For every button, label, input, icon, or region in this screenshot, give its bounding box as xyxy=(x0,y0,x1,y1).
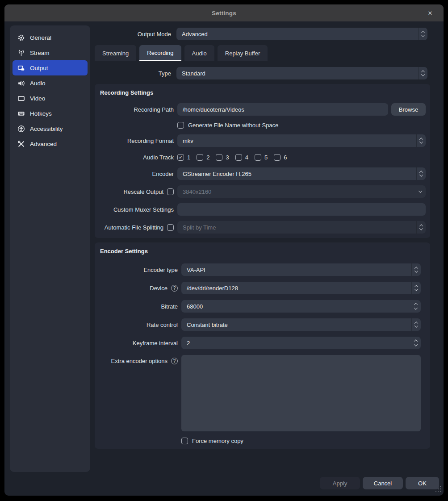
checkbox-checked-icon[interactable]: ✓ xyxy=(177,154,184,161)
sidebar-item-accessibility[interactable]: Accessibility xyxy=(13,121,88,136)
custom-muxer-row: Custom Muxer Settings xyxy=(100,203,426,216)
checkbox-unchecked-icon[interactable] xyxy=(274,154,281,161)
audio-track-4[interactable]: 4 xyxy=(235,154,248,161)
generate-no-space-checkbox-row[interactable]: Generate File Name without Space xyxy=(177,122,426,129)
auto-file-splitting-row: Automatic File Splitting Split by Time xyxy=(100,221,426,234)
broadcast-icon xyxy=(17,49,25,57)
tab-streaming[interactable]: Streaming xyxy=(95,45,136,61)
resize-grip[interactable] xyxy=(435,486,441,494)
recording-path-row: Recording Path Browse xyxy=(100,103,426,116)
output-mode-row: Output Mode Advanced xyxy=(95,28,427,40)
sidebar-item-label: Audio xyxy=(30,80,46,87)
combo-spinner-icon[interactable] xyxy=(418,67,427,79)
sidebar-item-output[interactable]: Output xyxy=(13,60,88,75)
combo-spinner-icon[interactable] xyxy=(411,318,421,331)
combo-spinner-icon[interactable] xyxy=(418,28,427,40)
encoder-settings-group: Encoder Settings Encoder type VA-API Dev… xyxy=(95,242,430,449)
checkbox-unchecked-icon[interactable] xyxy=(235,154,242,161)
checkbox-unchecked-icon[interactable] xyxy=(177,122,184,129)
type-select[interactable]: Standard xyxy=(176,67,427,79)
browse-button[interactable]: Browse xyxy=(391,103,426,116)
gear-icon xyxy=(17,33,25,42)
spinbox-arrows-icon[interactable] xyxy=(415,300,417,313)
combo-spinner-icon[interactable] xyxy=(411,282,421,294)
sidebar-item-label: Hotkeys xyxy=(30,110,52,117)
sidebar-item-general[interactable]: General xyxy=(13,30,88,45)
output-mode-select[interactable]: Advanced xyxy=(176,28,427,40)
encoder-select[interactable]: GStreamer Encoder H.265 xyxy=(177,167,426,180)
combo-spinner-icon[interactable] xyxy=(416,134,426,147)
sidebar-item-stream[interactable]: Stream xyxy=(13,45,88,60)
checkbox-unchecked-icon[interactable] xyxy=(181,438,188,444)
sidebar-item-advanced[interactable]: Advanced xyxy=(13,136,88,151)
close-icon[interactable]: ✕ xyxy=(424,4,436,21)
track-label: 6 xyxy=(284,154,287,161)
auto-file-splitting-value: Split by Time xyxy=(177,224,416,231)
help-icon: ? xyxy=(171,285,178,292)
recording-path-input[interactable] xyxy=(177,103,388,116)
accessibility-icon xyxy=(17,125,25,133)
auto-file-splitting-select: Split by Time xyxy=(177,221,426,234)
force-memory-copy-label: Force memory copy xyxy=(192,438,243,444)
type-row: Type Standard xyxy=(95,67,427,79)
keyframe-interval-row: Keyframe interval 2 xyxy=(100,337,426,349)
rescale-output-checkbox[interactable] xyxy=(167,188,174,195)
bitrate-spinbox[interactable]: 68000 xyxy=(181,300,421,313)
apply-button[interactable]: Apply xyxy=(320,477,360,489)
titlebar[interactable]: Settings ✕ xyxy=(4,4,444,21)
audio-track-1[interactable]: ✓1 xyxy=(177,154,190,161)
encoder-row: Encoder GStreamer Encoder H.265 xyxy=(100,167,426,180)
checkbox-unchecked-icon[interactable] xyxy=(197,154,203,161)
cancel-button[interactable]: Cancel xyxy=(363,477,403,489)
combo-spinner-icon xyxy=(416,221,426,234)
recording-path-label: Recording Path xyxy=(100,106,174,113)
audio-track-row: Audio Track ✓1 2 3 4 5 6 xyxy=(100,152,426,162)
sidebar-item-audio[interactable]: Audio xyxy=(13,75,88,91)
ok-button[interactable]: OK xyxy=(406,477,439,489)
custom-muxer-label: Custom Muxer Settings xyxy=(100,206,174,213)
rescale-output-label: Rescale Output xyxy=(123,188,163,195)
spinbox-arrows-icon[interactable] xyxy=(415,337,417,349)
recording-settings-title: Recording Settings xyxy=(100,89,426,96)
track-label: 3 xyxy=(226,154,229,161)
help-icon: ? xyxy=(171,358,178,364)
combo-spinner-icon[interactable] xyxy=(416,167,426,180)
force-memory-copy-row: Force memory copy xyxy=(181,438,426,444)
force-memory-copy-checkbox-row[interactable]: Force memory copy xyxy=(181,438,426,444)
output-icon xyxy=(17,64,25,72)
audio-track-3[interactable]: 3 xyxy=(216,154,229,161)
tab-label: Replay Buffer xyxy=(225,50,260,57)
custom-muxer-input[interactable] xyxy=(177,203,426,216)
track-label: 1 xyxy=(187,154,190,161)
rescale-output-value: 3840x2160 xyxy=(177,188,415,195)
device-label: Device xyxy=(150,285,167,292)
audio-track-checkboxes: ✓1 2 3 4 5 6 xyxy=(177,154,426,161)
device-select[interactable]: /dev/dri/renderD128 xyxy=(181,282,421,294)
checkbox-unchecked-icon[interactable] xyxy=(255,154,261,161)
tab-replay-buffer[interactable]: Replay Buffer xyxy=(218,45,268,61)
sidebar-item-hotkeys[interactable]: Hotkeys xyxy=(13,106,88,121)
encoder-type-select[interactable]: VA-API xyxy=(181,263,421,276)
sidebar-item-label: Video xyxy=(30,95,45,102)
type-label: Type xyxy=(95,70,171,77)
window-title: Settings xyxy=(212,10,236,17)
keyframe-interval-spinbox[interactable]: 2 xyxy=(181,337,421,349)
monitor-icon xyxy=(17,94,25,102)
recording-format-row: Recording Format mkv xyxy=(100,134,426,147)
auto-file-splitting-checkbox[interactable] xyxy=(167,224,174,231)
tab-audio[interactable]: Audio xyxy=(184,45,214,61)
checkbox-unchecked-icon[interactable] xyxy=(216,154,222,161)
tab-recording[interactable]: Recording xyxy=(139,45,181,61)
extra-encoder-options-input[interactable] xyxy=(181,355,421,431)
sidebar-item-video[interactable]: Video xyxy=(13,91,88,106)
audio-track-6[interactable]: 6 xyxy=(274,154,287,161)
audio-track-2[interactable]: 2 xyxy=(197,154,209,161)
rescale-output-row: Rescale Output 3840x2160 xyxy=(100,185,426,198)
generate-no-space-label: Generate File Name without Space xyxy=(188,122,278,129)
output-tabs: Streaming Recording Audio Replay Buffer xyxy=(95,45,427,61)
rate-control-select[interactable]: Constant bitrate xyxy=(181,318,421,331)
recording-format-select[interactable]: mkv xyxy=(177,134,426,147)
generate-no-space-row: Generate File Name without Space xyxy=(100,121,426,129)
audio-track-5[interactable]: 5 xyxy=(255,154,268,161)
combo-spinner-icon[interactable] xyxy=(411,263,421,276)
